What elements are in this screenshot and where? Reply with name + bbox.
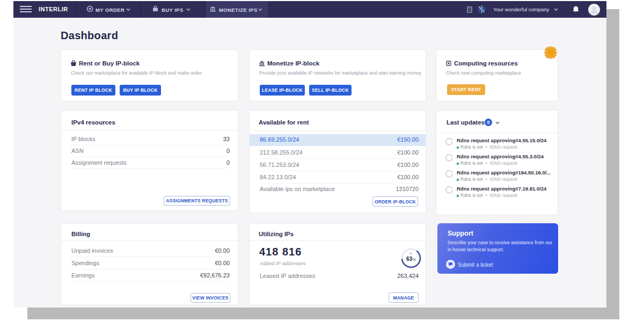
svg-text:63%: 63% bbox=[406, 256, 416, 262]
